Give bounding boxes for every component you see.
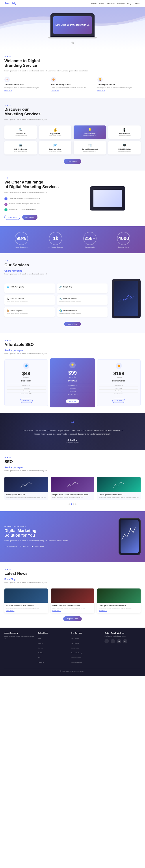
pricing-feature: Free Listing [7, 390, 46, 392]
footer-link[interactable]: Content Marketing [71, 652, 82, 653]
seo-subtitle: Service packages [4, 466, 115, 469]
discover-label: ✦ ✦ ✦ [4, 104, 141, 106]
footer-link[interactable]: Email Marketing [71, 657, 81, 658]
pricing-period-0: / month [7, 376, 46, 378]
digital-feature-2: ▶ How It Works [32, 545, 44, 548]
offer-get-started-button[interactable]: Get Started [22, 215, 38, 220]
footer-link[interactable]: Home [38, 638, 41, 639]
seo-dot-3[interactable] [75, 503, 76, 505]
service-item-title-1: Drag & Drop [63, 286, 72, 288]
nav-link-contact[interactable]: Contact [134, 2, 141, 5]
seo-dot-1[interactable] [71, 503, 72, 505]
footer-link[interactable]: Portfolio [38, 652, 43, 653]
footer-social-icon-1[interactable]: t [111, 639, 115, 644]
news-card-text-2: Lorem ipsum dolor sit amet consecte adip… [99, 607, 139, 609]
service-item-header-0: 🌐 100% Pure quality [7, 286, 53, 288]
pricing-name-1: Pro Plan [52, 380, 93, 382]
footer-link[interactable]: Blog [38, 657, 40, 658]
services-learn-more-button[interactable]: Learn More [64, 322, 81, 326]
nav-link-portfolio[interactable]: Portfolio [117, 2, 124, 5]
discover-card-icon-3: 📱 [110, 128, 139, 132]
pricing-price-2: $199 [99, 371, 138, 376]
pricing-feature: Free Listing [52, 390, 93, 393]
footer-social-icon-2[interactable]: in [117, 639, 121, 644]
seo-dot-2[interactable] [73, 503, 74, 505]
stat-number-3: 4000 [118, 236, 129, 241]
offer-item-2: ✓ Duis commodo lorem eget massa. [4, 208, 70, 211]
discover-card-icon-6: 📊 [75, 144, 104, 147]
discover-card-icon-0: 🔍 [6, 128, 35, 132]
discover-card-text-5: Lorem ipsum dolor sit. [41, 151, 70, 152]
pricing-period-2: / month [99, 376, 138, 378]
news-card-link-2[interactable]: Read More → [99, 610, 139, 611]
hero-laptop: Now Build Your Website With Us [50, 13, 95, 37]
service-item-text-2: Lorem ipsum dolor sit amet consecte. [7, 301, 53, 303]
service-item-header-1: 🔗 Drag & Drop [59, 286, 105, 288]
welcome-card-link-2[interactable]: Learn More [97, 90, 141, 91]
discover-card-5: 📧 Email Marketing Lorem ipsum dolor sit. [39, 141, 71, 154]
stats-inner: 98% Happy Customers 1k 14 Types of Servi… [4, 232, 141, 248]
footer-link[interactable]: Pay Per Click [71, 643, 79, 644]
footer-link[interactable]: Services [38, 647, 43, 649]
discover-learn-more-button[interactable]: Learn More [64, 159, 81, 164]
digital-features: ✓ Our Solutions ☆ Why Us ▶ How It Works [4, 545, 114, 548]
offer-item-0: ✓ There are many variations of passages. [4, 197, 70, 200]
news-card-body-2: Lorem ipsum dolor sit amet consecte Lore… [97, 603, 141, 613]
news-card-link-0[interactable]: Read More → [6, 610, 46, 611]
footer-link[interactable]: Social Media [71, 647, 79, 649]
offer-item-dot-1: ✓ [4, 203, 7, 206]
pricing-card-0: 🔷 $49 / month Basic Plan 50 KeywordsFree… [4, 359, 48, 406]
nav-link-about[interactable]: About [99, 2, 104, 5]
services-subtitle: Online Marketing [4, 269, 115, 273]
welcome-card-link-0[interactable]: Learn More [4, 90, 48, 91]
seo-card-text-0: Lorem ipsum dolor sit amet consecte adip… [6, 496, 46, 498]
service-item-text-3: Lorem ipsum dolor sit amet consecte. [59, 301, 105, 303]
discover-card-3: 📱 SMM Solutions Lorem ipsum dolor sit. [108, 125, 141, 139]
discover-card-icon-5: 📧 [41, 144, 70, 147]
discover-desc: Lorem ipsum dolor sit amet, consectetur … [4, 118, 115, 121]
service-item-header-5: 🌍 Worldwide Options [59, 309, 105, 312]
footer-social-icon-3[interactable]: g+ [123, 639, 127, 644]
offer-section: ✦ ✦ ✦ We Offer a full rangeof Digital Ma… [0, 170, 145, 226]
footer-link[interactable]: SEO Services [71, 638, 79, 639]
offer-label: ✦ ✦ ✦ [4, 177, 70, 179]
welcome-card-link-1[interactable]: Learn More [51, 90, 94, 91]
news-card-img-1 [51, 588, 94, 603]
pricing-cards: 🔷 $49 / month Basic Plan 50 KeywordsFree… [4, 359, 141, 406]
footer-social-icon-0[interactable]: f [104, 639, 109, 644]
pricing-btn-0[interactable]: Get Plan [20, 399, 32, 403]
digital-feature-text-0: Our Solutions [7, 546, 17, 547]
footer-link[interactable]: About Us [38, 643, 43, 644]
footer-link[interactable]: Web Development [71, 662, 82, 663]
pricing-name-0: Basic Plan [7, 380, 46, 382]
offer-desc: Lorem ipsum dolor sit amet, consectetur … [4, 191, 70, 194]
digital-label: Digital Marketing [4, 526, 114, 528]
welcome-card-text-0: Lorem ipsum dolor sit amet consecte adip… [4, 87, 48, 89]
digital-title: Digital MarketingSolution for You [4, 528, 114, 538]
discover-section: ✦ ✦ ✦ Discover ourMarketing Services Lor… [0, 98, 145, 170]
pricing-subtitle: Service packages [4, 349, 115, 352]
pricing-name-2: Premium Plan [99, 380, 138, 382]
pricing-features-2: 100 KeywordsFree SetupFree ListingWebsit… [99, 384, 138, 395]
footer-link[interactable]: Contact Us [38, 662, 44, 663]
news-explore-more-button[interactable]: Explore More [63, 616, 82, 621]
welcome-card-title-1: Your Branding Goals [51, 84, 94, 86]
nav-link-blog[interactable]: Blog [127, 2, 131, 5]
pricing-feature: Website Launch [52, 393, 93, 396]
pricing-btn-2[interactable]: Get Plan [113, 399, 125, 403]
nav-link-home[interactable]: Home [91, 2, 97, 5]
service-item-title-0: 100% Pure quality [10, 286, 24, 288]
nav-link-services[interactable]: Services [107, 2, 115, 5]
footer-contact-title: Get in Touch With Us [104, 632, 141, 634]
stat-item-2: 258+ Professionals [83, 232, 97, 248]
news-card-0: Lorem ipsum dolor sit amet consecte Lore… [4, 588, 48, 613]
news-desc: Lorem ipsum dolor sit amet, consectetur … [4, 581, 115, 584]
pricing-btn-1[interactable]: Get Plan [66, 400, 79, 403]
news-card-link-1[interactable]: Read More → [52, 610, 93, 611]
digital-desc: Lorem ipsum dolor sit amet, consectetur … [4, 539, 114, 542]
offer-learn-more-button[interactable]: Learn More [4, 215, 20, 220]
footer-social: fting+ [104, 639, 141, 644]
seo-dot-0[interactable] [69, 503, 70, 505]
footer-col-title-2: Our Services [71, 632, 101, 634]
service-item-5: 🌍 Worldwide Options Lorem ipsum dolor si… [57, 307, 107, 317]
